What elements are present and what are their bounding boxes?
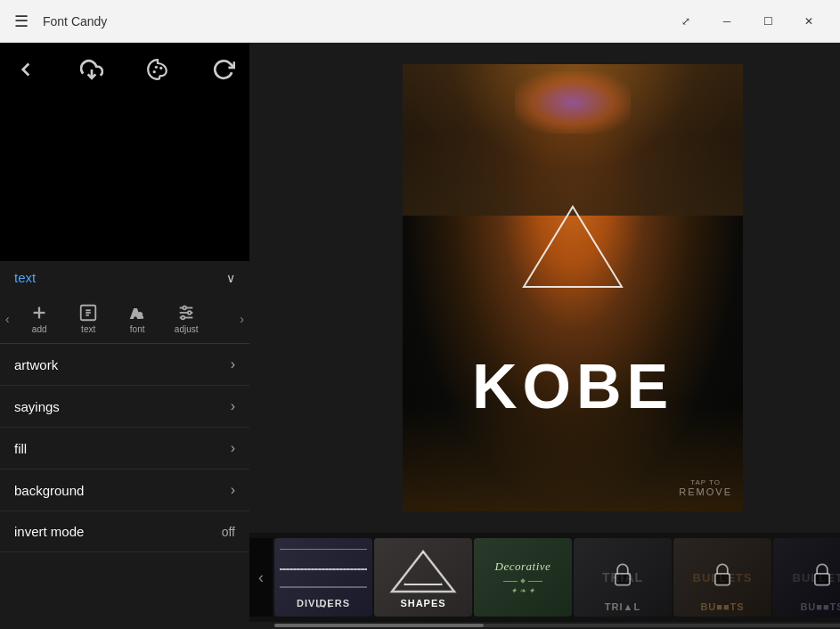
trial-lock-icon	[610, 562, 635, 592]
svg-rect-20	[616, 574, 630, 585]
kobe-text: KOBE	[403, 351, 743, 422]
back-button[interactable]	[14, 58, 37, 81]
text-section-header[interactable]: text ∨	[0, 261, 249, 294]
shapes-label: SHAPES	[374, 594, 472, 612]
thumbnails-scrollbar-thumb	[274, 624, 484, 627]
svg-point-2	[155, 66, 158, 69]
subtoolbar-left-arrow[interactable]: ‹	[0, 312, 15, 326]
download-button[interactable]	[80, 58, 103, 81]
subtoolbar-adjust[interactable]: adjust	[162, 299, 211, 338]
text-section-chevron: ∨	[226, 271, 235, 285]
bullets-label: BU■■TS	[673, 601, 771, 612]
locked2-label: BU■■TS	[773, 601, 840, 612]
subtoolbar-add-label: add	[32, 324, 47, 334]
thumbnails-scrollbar-track	[274, 624, 840, 627]
menu-items-list: artwork › sayings › fill › background › …	[0, 344, 249, 629]
sayings-chevron: ›	[231, 398, 235, 414]
app-title: Font Candy	[43, 14, 655, 29]
svg-text:a: a	[137, 309, 143, 320]
text-section-title: text	[14, 270, 36, 285]
thumbnail-dividers[interactable]: DIVIDERS	[274, 538, 372, 617]
svg-point-15	[183, 306, 187, 310]
bullets-lock-icon	[710, 562, 735, 592]
window-controls: ⤢ ─ ☐ ✕	[665, 7, 829, 36]
thumbnail-trial[interactable]: TRIAL TRI▲L	[574, 538, 672, 617]
minimize-button[interactable]: ─	[706, 7, 747, 36]
invert-mode-value: off	[222, 525, 235, 539]
subtoolbar-font[interactable]: A a font	[113, 299, 162, 338]
thumbnail-decorative[interactable]: Decorative ✦ ❧ ✦	[474, 538, 572, 617]
invert-mode-label: invert mode	[14, 524, 84, 539]
sidebar: text ∨ ‹ add	[0, 43, 249, 629]
menu-item-sayings[interactable]: sayings ›	[0, 386, 249, 428]
sayings-label: sayings	[14, 399, 60, 414]
svg-point-17	[182, 316, 185, 320]
fill-chevron: ›	[231, 440, 235, 456]
tap-to-remove: TAP TO REMOVE	[679, 478, 732, 497]
tap-to-remove-line2: REMOVE	[679, 486, 732, 497]
subtoolbar-text[interactable]: text	[64, 299, 113, 338]
jumbotron-glow	[515, 71, 631, 134]
thumbnail-bullets[interactable]: BULLETS BU■■TS	[673, 538, 771, 617]
svg-point-3	[159, 67, 162, 69]
sidebar-preview	[0, 96, 249, 261]
svg-marker-19	[392, 551, 454, 592]
dividers-label: DIVIDERS	[274, 594, 372, 612]
subtoolbar-text-label: text	[81, 324, 95, 334]
content-area: KOBE TAP TO REMOVE ‹	[249, 43, 840, 629]
palette-button[interactable]	[146, 58, 169, 81]
artwork-label: artwork	[14, 357, 58, 372]
restore-button[interactable]: ☐	[747, 7, 788, 36]
thumbnail-locked2[interactable]: BULLETS BU■■TS	[773, 538, 840, 617]
crowd-upper	[403, 64, 743, 216]
titlebar: ☰ Font Candy ⤢ ─ ☐ ✕	[0, 0, 840, 43]
svg-rect-22	[815, 574, 829, 585]
tap-to-remove-line1: TAP TO	[679, 478, 732, 486]
canvas-wrapper[interactable]: KOBE TAP TO REMOVE	[249, 43, 840, 533]
menu-item-artwork[interactable]: artwork ›	[0, 344, 249, 386]
maximize-button[interactable]: ⤢	[665, 7, 706, 36]
subtoolbar-items: add text A a font	[15, 299, 235, 338]
canvas-image: KOBE TAP TO REMOVE	[403, 64, 743, 511]
menu-item-fill[interactable]: fill ›	[0, 428, 249, 470]
main-layout: text ∨ ‹ add	[0, 43, 840, 629]
menu-item-invert-mode[interactable]: invert mode off	[0, 511, 249, 552]
menu-item-background[interactable]: background ›	[0, 470, 249, 511]
thumbnails-scrollbar-container	[249, 622, 840, 629]
svg-point-16	[188, 311, 192, 314]
background-chevron: ›	[231, 482, 235, 498]
refresh-button[interactable]	[212, 58, 235, 81]
subtoolbar-adjust-label: adjust	[175, 324, 199, 334]
thumbnails-scroll: DIVIDERS SHAPES Decorative	[249, 533, 840, 622]
fill-label: fill	[14, 441, 27, 456]
locked2-lock-icon	[810, 562, 835, 592]
text-subtoolbar: ‹ add text	[0, 294, 249, 344]
svg-marker-18	[524, 207, 622, 287]
svg-rect-21	[715, 574, 730, 585]
thumbnail-shapes[interactable]: SHAPES	[374, 538, 472, 617]
background-label: background	[14, 483, 84, 498]
subtoolbar-add[interactable]: add	[15, 299, 64, 338]
subtoolbar-right-arrow[interactable]: ›	[234, 312, 249, 326]
thumbnails-left-arrow[interactable]: ‹	[249, 538, 273, 617]
triangle-graphic	[519, 202, 626, 291]
hamburger-menu[interactable]: ☰	[11, 11, 32, 32]
artwork-chevron: ›	[231, 356, 235, 372]
close-button[interactable]: ✕	[788, 7, 829, 36]
trial-label: TRI▲L	[574, 601, 672, 612]
subtoolbar-font-label: font	[130, 324, 145, 334]
thumbnails-area: ‹ DIVIDERS	[249, 533, 840, 622]
sidebar-top-toolbar	[0, 43, 249, 96]
svg-point-1	[153, 70, 156, 73]
